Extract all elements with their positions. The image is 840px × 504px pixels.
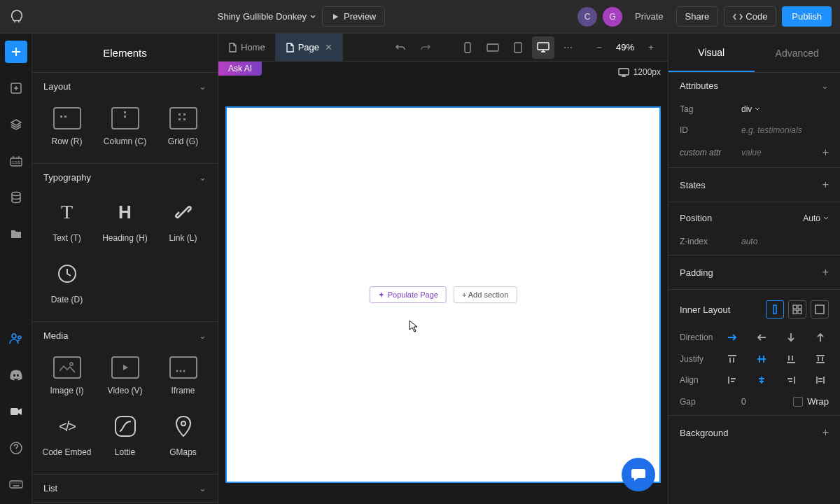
element-iframe[interactable]: Iframe	[155, 349, 211, 402]
direction-left[interactable]	[753, 332, 770, 343]
custom-attr-value-input[interactable]	[741, 148, 811, 158]
toolrail-layers[interactable]	[5, 113, 27, 136]
viewport-tablet-landscape[interactable]	[482, 36, 504, 59]
viewport-tablet[interactable]	[507, 36, 529, 59]
logo-icon[interactable]	[8, 8, 25, 25]
add-padding-button[interactable]: +	[822, 266, 829, 279]
add-attr-button[interactable]: +	[822, 146, 829, 159]
viewport-mobile[interactable]	[456, 36, 479, 59]
add-section-button[interactable]: + Add section	[454, 286, 517, 303]
section-media-header[interactable]: Media ⌄	[32, 322, 218, 349]
attributes-section-header[interactable]: Attributes ⌄	[668, 73, 840, 99]
justify-start[interactable]	[724, 354, 741, 364]
properties-panel: Visual Advanced Attributes ⌄ Tag div ID …	[668, 34, 840, 504]
svg-rect-8	[10, 481, 22, 488]
direction-right[interactable]	[724, 332, 741, 343]
undo-button[interactable]	[389, 36, 412, 59]
gap-input[interactable]	[741, 397, 762, 407]
svg-text:CSS: CSS	[11, 160, 20, 164]
close-icon[interactable]: ✕	[325, 42, 332, 52]
element-lottie[interactable]: Lottie	[97, 405, 153, 464]
element-image[interactable]: Image (I)	[39, 349, 94, 402]
avatar-user-c[interactable]: C	[578, 7, 597, 27]
custom-attr-label: custom attr	[680, 148, 736, 158]
element-row[interactable]: Row (R)	[39, 100, 94, 153]
zoom-out-button[interactable]: −	[588, 36, 610, 59]
chevron-down-icon	[823, 216, 829, 221]
align-start[interactable]	[724, 375, 741, 385]
direction-up[interactable]	[812, 332, 829, 343]
element-video[interactable]: Video (V)	[97, 349, 153, 402]
add-background-button[interactable]: +	[822, 426, 829, 439]
element-date[interactable]: Date (D)	[39, 253, 94, 312]
publish-button[interactable]: Publish	[782, 6, 832, 27]
redo-button[interactable]	[414, 36, 437, 59]
toolrail-users[interactable]	[5, 328, 27, 350]
chevron-down-icon	[309, 13, 316, 20]
align-end[interactable]	[783, 375, 799, 385]
preview-button[interactable]: Preview	[322, 6, 385, 27]
avatar-user-g[interactable]: G	[603, 7, 622, 27]
position-dropdown[interactable]: Auto	[803, 214, 829, 223]
svg-rect-30	[793, 305, 797, 309]
align-label: Align	[680, 375, 718, 385]
element-code-embed[interactable]: </> Code Embed	[39, 405, 94, 464]
viewport-desktop[interactable]	[532, 36, 554, 59]
element-heading[interactable]: H Heading (H)	[97, 191, 153, 250]
toolrail-help[interactable]	[5, 437, 27, 459]
chevron-down-icon: ⌄	[821, 80, 829, 91]
toolrail-insert[interactable]	[5, 77, 27, 99]
share-button[interactable]: Share	[676, 6, 719, 27]
layout-mode-block[interactable]	[811, 300, 829, 318]
canvas[interactable]: Populate Page + Add section	[225, 106, 661, 483]
tab-page[interactable]: Page ✕	[276, 34, 343, 61]
direction-down[interactable]	[783, 332, 799, 343]
element-grid[interactable]: Grid (G)	[155, 100, 211, 153]
section-list-header[interactable]: List ⌄	[32, 475, 218, 502]
justify-end[interactable]	[783, 354, 799, 364]
padding-section-header[interactable]: Padding +	[668, 258, 840, 286]
tab-home[interactable]: Home	[218, 34, 276, 61]
code-button[interactable]: Code	[724, 6, 776, 27]
chat-fab[interactable]	[622, 458, 655, 491]
chevron-down-icon: ⌄	[199, 330, 206, 341]
toolrail-video[interactable]	[5, 400, 27, 423]
id-input[interactable]	[741, 125, 811, 135]
add-state-button[interactable]: +	[822, 178, 829, 191]
element-gmaps[interactable]: GMaps	[155, 405, 211, 464]
section-layout-header[interactable]: Layout ⌄	[32, 73, 218, 100]
zoom-level[interactable]: 49%	[612, 42, 638, 52]
section-typography-header[interactable]: Typography ⌄	[32, 164, 218, 191]
states-section-header[interactable]: States +	[668, 171, 840, 199]
toolrail-css[interactable]: CSS	[5, 150, 27, 172]
element-column[interactable]: Column (C)	[97, 100, 153, 153]
zoom-in-button[interactable]: +	[640, 36, 662, 59]
tab-visual[interactable]: Visual	[668, 34, 755, 72]
svg-point-20	[179, 370, 181, 372]
toolrail-keyboard[interactable]	[5, 473, 27, 496]
justify-center[interactable]	[753, 354, 770, 364]
toolrail-database[interactable]	[5, 186, 27, 209]
justify-between[interactable]	[812, 354, 829, 364]
position-section-header[interactable]: Position Auto	[668, 205, 840, 231]
tag-dropdown[interactable]: div	[741, 104, 760, 114]
layout-mode-grid[interactable]	[788, 300, 806, 318]
project-name-dropdown[interactable]: Shiny Gullible Donkey	[218, 11, 316, 22]
layout-mode-flex[interactable]	[766, 300, 784, 318]
wrap-checkbox[interactable]	[793, 397, 803, 407]
element-link[interactable]: Link (L)	[155, 191, 211, 250]
align-stretch[interactable]	[812, 375, 829, 385]
toolrail-discord[interactable]	[5, 364, 27, 386]
align-center[interactable]	[753, 375, 770, 385]
private-button[interactable]: Private	[628, 7, 670, 26]
background-section-header[interactable]: Background +	[668, 419, 840, 447]
tab-advanced[interactable]: Advanced	[755, 34, 841, 72]
toolrail-add[interactable]	[5, 41, 27, 63]
ask-ai-button[interactable]: Ask AI	[218, 62, 262, 76]
more-viewports[interactable]: ⋯	[557, 36, 580, 59]
toolrail-assets[interactable]	[5, 223, 27, 245]
populate-page-button[interactable]: Populate Page	[370, 286, 447, 303]
zindex-value[interactable]: auto	[741, 237, 757, 246]
chevron-down-icon: ⌄	[199, 483, 206, 493]
element-text[interactable]: T Text (T)	[39, 191, 94, 250]
